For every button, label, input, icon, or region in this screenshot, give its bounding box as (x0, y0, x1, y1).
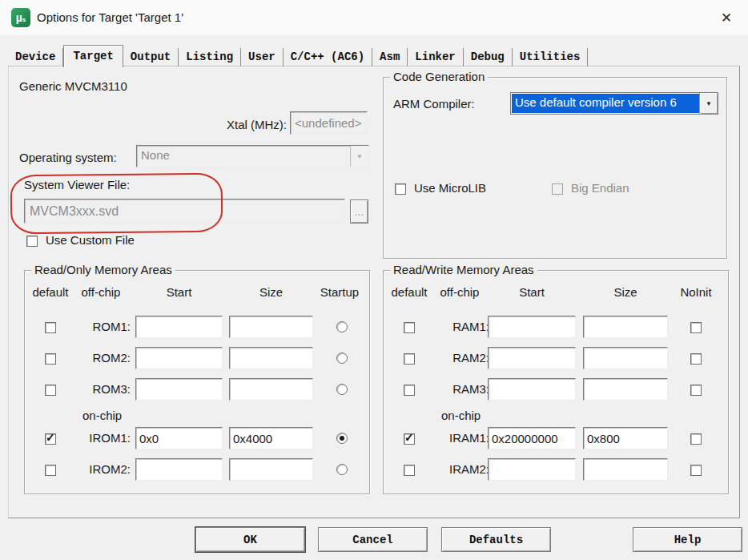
rom1-startup-radio[interactable] (336, 321, 348, 332)
iram1-size-input[interactable] (583, 427, 668, 449)
read-write-memory-title: Read/Write Memory Areas (390, 263, 537, 276)
ram2-noinit-checkbox[interactable]: ✓ (690, 353, 702, 365)
column-header: default (388, 285, 430, 299)
iram2-size-input[interactable] (583, 458, 668, 481)
irom1-default-checkbox[interactable]: ✓ (45, 433, 56, 445)
cancel-button[interactable]: Cancel (318, 527, 428, 552)
column-header: Start (488, 285, 576, 299)
chevron-down-icon[interactable]: ▼ (699, 93, 718, 114)
rom1-size-input[interactable] (229, 316, 313, 338)
ram2-size-input[interactable] (583, 347, 668, 369)
arm-compiler-select[interactable]: Use default compiler version 6 ▼ (510, 92, 718, 115)
iram2-row: ✓ IRAM2: ✓ (384, 458, 728, 481)
column-header: off-chip (73, 285, 129, 299)
irom1-label: IROM1: (70, 431, 131, 445)
operating-system-select: None ▼ (136, 145, 369, 167)
tab-listing[interactable]: Listing (179, 48, 241, 66)
ram1-start-input[interactable] (488, 316, 576, 338)
system-viewer-file-input: MVCM3xxx.svd (24, 199, 345, 224)
ram3-row: ✓ RAM3: ✓ (384, 378, 728, 401)
read-only-memory-title: Read/Only Memory Areas (31, 263, 175, 276)
use-custom-file-label: Use Custom File (46, 233, 135, 247)
tab-utilities[interactable]: Utilities (513, 48, 589, 66)
ram3-start-input[interactable] (488, 378, 576, 401)
rom1-label: ROM1: (70, 320, 131, 333)
ram1-noinit-checkbox[interactable]: ✓ (690, 322, 702, 333)
code-generation-group: Code Generation ARM Compiler: Use defaul… (383, 77, 727, 259)
rom3-size-input[interactable] (229, 378, 313, 401)
tab-target[interactable]: Target (63, 45, 123, 67)
ram2-start-input[interactable] (488, 347, 576, 369)
tab-ccpp-ac6[interactable]: C/C++ (AC6) (284, 48, 372, 66)
irom1-startup-radio[interactable] (336, 433, 348, 444)
rom3-label: ROM3: (70, 382, 131, 396)
rom2-row: ✓ ROM2: (25, 347, 369, 369)
use-microlib-checkbox[interactable]: ✓ (395, 183, 406, 195)
ram2-default-checkbox[interactable]: ✓ (404, 353, 415, 365)
column-header: Size (229, 285, 313, 299)
ram1-row: ✓ RAM1: ✓ (384, 316, 728, 338)
rom2-size-input[interactable] (229, 347, 313, 369)
ram3-noinit-checkbox[interactable]: ✓ (690, 385, 702, 396)
ram3-size-input[interactable] (583, 378, 668, 401)
rom3-start-input[interactable] (135, 378, 223, 401)
check-icon: ✓ (46, 431, 55, 444)
column-header: Start (135, 285, 223, 299)
irom2-default-checkbox[interactable]: ✓ (45, 465, 56, 476)
rom2-label: ROM2: (70, 351, 131, 365)
ram3-default-checkbox[interactable]: ✓ (404, 385, 415, 396)
irom1-size-input[interactable] (229, 427, 313, 449)
rom2-default-checkbox[interactable]: ✓ (45, 353, 56, 365)
iram1-start-input[interactable] (488, 427, 576, 449)
rom1-start-input[interactable] (135, 316, 223, 338)
big-endian-checkbox: ✓ (552, 183, 563, 195)
rom2-startup-radio[interactable] (336, 353, 348, 364)
xtal-label: Xtal (MHz): (218, 118, 287, 131)
device-name-label: Generic MVCM3110 (19, 79, 127, 93)
irom1-row: ✓ IROM1: (25, 427, 369, 449)
iram1-default-checkbox[interactable]: ✓ (404, 433, 415, 445)
iram2-default-checkbox[interactable]: ✓ (404, 465, 415, 476)
tab-device[interactable]: Device (8, 48, 63, 66)
ram2-row: ✓ RAM2: ✓ (384, 347, 728, 369)
irom2-size-input[interactable] (229, 458, 313, 481)
ram2-label: RAM2: (428, 351, 489, 365)
rom3-default-checkbox[interactable]: ✓ (45, 385, 56, 396)
operating-system-value: None (138, 147, 350, 166)
use-custom-file-checkbox[interactable]: ✓ (26, 236, 38, 247)
tab-linker[interactable]: Linker (408, 48, 463, 66)
close-icon[interactable]: ✕ (714, 6, 738, 30)
browse-svd-button: ... (350, 199, 368, 224)
iram2-start-input[interactable] (488, 458, 576, 481)
system-viewer-file-label: System Viewer File: (24, 178, 130, 191)
ram1-default-checkbox[interactable]: ✓ (404, 322, 415, 333)
defaults-button[interactable]: Defaults (441, 527, 551, 552)
column-header: NoInit (668, 285, 724, 299)
column-header: Size (583, 285, 668, 299)
tab-debug[interactable]: Debug (464, 48, 513, 66)
irom2-startup-radio[interactable] (336, 464, 348, 475)
iram1-row: ✓ IRAM1: ✓ (384, 427, 728, 449)
ram1-label: RAM1: (428, 320, 489, 333)
rom1-default-checkbox[interactable]: ✓ (45, 322, 56, 333)
irom1-start-input[interactable] (135, 427, 223, 449)
tab-user[interactable]: User (241, 48, 284, 66)
tab-asm[interactable]: Asm (372, 48, 408, 66)
ram1-size-input[interactable] (583, 316, 668, 338)
tab-output[interactable]: Output (123, 48, 179, 66)
iram2-label: IRAM2: (428, 462, 489, 476)
iram2-noinit-checkbox[interactable]: ✓ (690, 465, 702, 476)
help-button[interactable]: Help (633, 527, 742, 552)
xtal-input: <undefined> (290, 111, 368, 135)
rom3-startup-radio[interactable] (336, 384, 348, 395)
use-microlib-label: Use MicroLIB (414, 181, 486, 195)
iram1-noinit-checkbox[interactable]: ✓ (690, 433, 702, 445)
irom2-start-input[interactable] (135, 458, 223, 481)
ok-button[interactable]: OK (195, 527, 305, 552)
rom2-start-input[interactable] (135, 347, 223, 369)
iram1-label: IRAM1: (428, 431, 489, 445)
irom2-label: IROM2: (70, 462, 131, 476)
rom-on-chip-label: on-chip (82, 409, 122, 422)
code-generation-title: Code Generation (390, 70, 488, 83)
chevron-down-icon: ▼ (350, 146, 368, 167)
